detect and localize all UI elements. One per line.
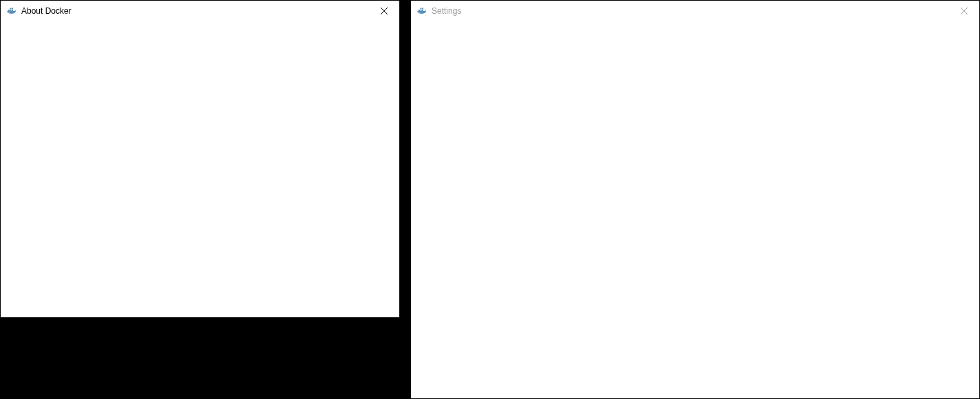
settings-window: Settings bbox=[410, 0, 980, 399]
svg-rect-12 bbox=[422, 8, 423, 10]
svg-point-5 bbox=[8, 12, 9, 12]
svg-rect-3 bbox=[10, 8, 12, 10]
docker-icon bbox=[416, 5, 427, 16]
svg-rect-1 bbox=[10, 10, 12, 11]
svg-rect-10 bbox=[422, 10, 423, 11]
svg-point-13 bbox=[419, 12, 419, 12]
svg-rect-2 bbox=[12, 10, 13, 11]
close-icon bbox=[381, 8, 388, 14]
svg-rect-0 bbox=[8, 10, 10, 11]
settings-window-content bbox=[411, 21, 979, 398]
settings-titlebar[interactable]: Settings bbox=[411, 1, 979, 21]
about-titlebar[interactable]: About Docker bbox=[1, 1, 399, 21]
svg-rect-8 bbox=[419, 10, 420, 11]
svg-rect-4 bbox=[12, 8, 13, 10]
svg-rect-9 bbox=[421, 10, 422, 11]
svg-rect-11 bbox=[421, 8, 422, 10]
about-close-button[interactable] bbox=[368, 1, 399, 21]
about-window-content bbox=[1, 21, 399, 317]
about-docker-window: About Docker bbox=[0, 0, 400, 318]
close-icon bbox=[961, 8, 968, 14]
settings-title: Settings bbox=[432, 6, 461, 16]
settings-close-button[interactable] bbox=[948, 1, 979, 21]
about-title: About Docker bbox=[21, 6, 71, 16]
docker-icon bbox=[6, 5, 17, 16]
